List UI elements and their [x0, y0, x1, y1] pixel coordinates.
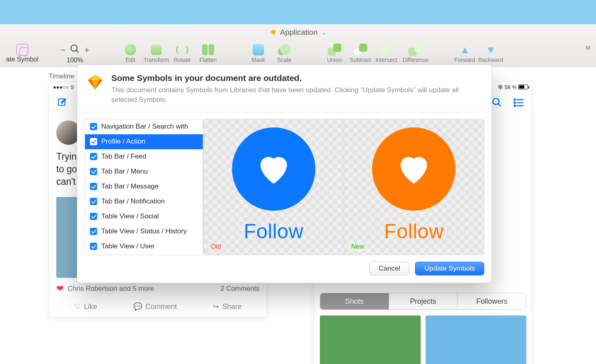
svg-point-6 — [514, 99, 515, 100]
arrow-down-icon: ▼ — [483, 44, 499, 56]
checkbox-icon[interactable] — [90, 138, 97, 145]
symbol-label: Tab Bar / Message — [101, 182, 159, 190]
likes-text[interactable]: Chris Robertson and 5 more — [68, 285, 154, 293]
segment-shots[interactable]: Shots — [320, 293, 389, 309]
rotate-tool[interactable]: Rotate — [169, 44, 195, 63]
scale-tool[interactable]: Scale — [271, 44, 297, 63]
edit-tool[interactable]: Edit — [117, 44, 143, 63]
symbol-label: Tab Bar / Notification — [101, 197, 165, 205]
window-title-bar[interactable]: Application ⌄ — [0, 24, 596, 40]
heart-circle-old — [232, 127, 315, 211]
comment-button[interactable]: 💬Comment — [133, 302, 177, 311]
tool-label: Mask — [251, 57, 265, 63]
thumbnail-grid[interactable] — [314, 315, 532, 364]
transform-tool[interactable]: Transform — [143, 44, 169, 63]
symbol-row[interactable]: Tab Bar / Menu — [85, 164, 203, 179]
like-button[interactable]: ♡Like — [74, 302, 97, 311]
intersect-tool[interactable]: Intersect — [373, 44, 399, 63]
follow-label-old: Follow — [244, 220, 303, 243]
symbol-row[interactable]: Tab Bar / Notification — [85, 194, 203, 209]
mask-tool[interactable]: Mask — [245, 44, 271, 63]
signal-dots-icon: ●●●○○ — [53, 84, 69, 90]
follow-label-new: Follow — [384, 220, 444, 243]
tool-label: Difference — [402, 57, 428, 63]
create-symbol-icon — [16, 44, 28, 56]
preview-old: Follow Old — [203, 119, 344, 255]
svg-line-5 — [498, 104, 501, 106]
symbol-label: Table View / Status / History — [101, 227, 187, 235]
search-icon[interactable] — [492, 97, 502, 110]
symbol-label: Profile / Action — [101, 138, 145, 146]
symbol-row[interactable]: Profile / Action — [85, 134, 203, 149]
symbol-label: Table View / Social — [101, 212, 159, 220]
difference-tool[interactable]: Difference — [399, 44, 432, 63]
symbol-label: Tab Bar / Menu — [101, 167, 148, 176]
heart-outline-icon: ♡ — [74, 302, 81, 311]
symbol-row[interactable]: Tab Bar / Feed — [85, 149, 203, 164]
flatten-tool[interactable]: Flatten — [195, 44, 221, 63]
symbol-row[interactable]: Table View / Status / History — [85, 224, 203, 239]
svg-marker-0 — [270, 30, 276, 35]
segment-projects[interactable]: Projects — [389, 293, 458, 309]
zoom-out-icon[interactable]: − — [60, 45, 66, 55]
union-tool[interactable]: Union — [321, 44, 347, 63]
tool-label: Rotate — [174, 57, 190, 63]
tool-label: Intersect — [375, 57, 397, 63]
tool-label: Edit — [126, 57, 135, 63]
checkbox-icon[interactable] — [90, 243, 97, 250]
cancel-button[interactable]: Cancel — [369, 262, 409, 275]
subtract-tool[interactable]: Subtract — [347, 44, 373, 63]
tool-label: Subtract — [350, 57, 371, 63]
artboard-label[interactable]: Timeline — [49, 72, 74, 80]
create-symbol-tool[interactable]: ate Symbol — [4, 44, 40, 63]
checkbox-icon[interactable] — [90, 213, 97, 220]
checkbox-icon[interactable] — [90, 153, 97, 160]
document-title: Application — [280, 28, 318, 37]
tool-label: Backward — [478, 57, 503, 63]
segmented-control[interactable]: Shots Projects Followers — [320, 293, 526, 310]
symbol-list[interactable]: Navigation Bar / Search withProfile / Ac… — [85, 119, 203, 255]
battery-percent: 58 % — [504, 84, 517, 90]
share-icon: ↪ — [213, 302, 219, 311]
chevron-down-icon[interactable]: ⌄ — [321, 29, 326, 36]
symbol-row[interactable]: Table View / Social — [85, 209, 203, 224]
magnifier-icon[interactable] — [70, 44, 80, 57]
update-symbols-dialog: Some Symbols in your document are outdat… — [77, 65, 492, 283]
forward-tool[interactable]: ▲Forward — [452, 44, 478, 63]
battery-icon — [518, 85, 528, 89]
symbol-row[interactable]: Table View / User — [85, 239, 203, 254]
bluetooth-icon: ✻ — [498, 83, 503, 91]
share-button[interactable]: ↪Share — [213, 302, 242, 311]
zoom-control[interactable]: − + 100% — [53, 44, 97, 64]
carrier-text: S — [70, 84, 74, 90]
preview-new: Follow New — [344, 119, 485, 255]
symbol-label: Navigation Bar / Search with — [101, 123, 188, 131]
toolbar: ate Symbol − + 100% Edit Transform Rotat… — [0, 40, 596, 66]
checkbox-icon[interactable] — [90, 198, 97, 205]
zoom-in-icon[interactable]: + — [84, 45, 89, 55]
checkbox-icon[interactable] — [90, 168, 97, 175]
svg-point-4 — [493, 98, 499, 104]
post-actions: ♡Like 💬Comment ↪Share — [56, 300, 260, 317]
checkbox-icon[interactable] — [90, 228, 97, 235]
list-icon[interactable] — [513, 97, 524, 110]
checkbox-icon[interactable] — [90, 123, 97, 130]
svg-point-10 — [514, 105, 515, 106]
canvas[interactable]: Timeline ●●●○○ S Tryin to go can't ❤ Chr… — [0, 67, 596, 364]
tool-label: Scale — [277, 57, 291, 63]
backward-tool[interactable]: ▼Backward — [478, 44, 504, 63]
symbol-row[interactable]: Tab Bar / Message — [85, 179, 203, 194]
desktop-wallpaper-strip — [0, 0, 596, 24]
compose-icon[interactable] — [57, 97, 68, 110]
symbol-row[interactable]: Navigation Bar / Search with — [85, 119, 203, 134]
update-symbols-button[interactable]: Update Symbols — [415, 262, 484, 275]
segment-followers[interactable]: Followers — [458, 293, 526, 309]
checkbox-icon[interactable] — [90, 183, 97, 190]
heart-icon[interactable]: ❤ — [56, 284, 64, 294]
window-chrome: Application ⌄ ate Symbol − + 100% Edit T… — [0, 24, 596, 67]
comments-count[interactable]: 2 Comments — [221, 285, 260, 293]
tool-label: Union — [327, 57, 342, 63]
dialog-body: Navigation Bar / Search withProfile / Ac… — [77, 112, 492, 255]
dialog-footer: Cancel Update Symbols — [77, 255, 492, 283]
preview-pane: Follow Old Follow New — [203, 119, 484, 255]
